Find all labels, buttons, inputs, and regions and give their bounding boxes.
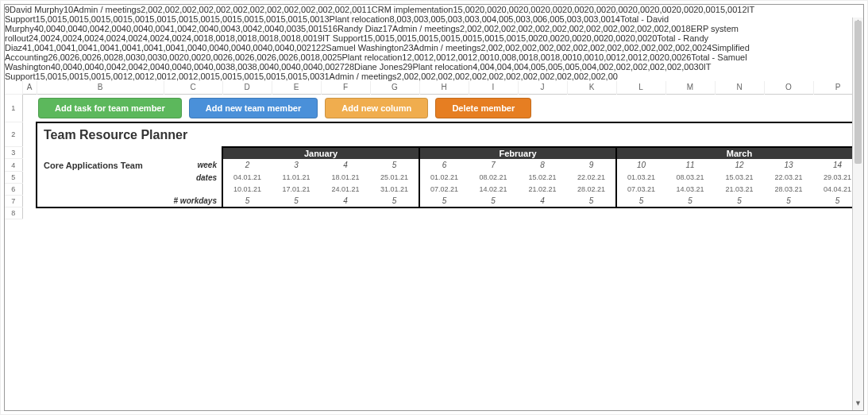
date-cell: 01.02.21 — [419, 172, 469, 184]
col-header[interactable]: D — [222, 81, 272, 94]
date-cell: 28.03.21 — [764, 184, 813, 196]
col-header[interactable]: O — [764, 81, 813, 94]
workdays-cell: 5 — [272, 196, 321, 208]
col-header[interactable]: C — [164, 81, 222, 94]
scroll-down-icon[interactable]: ▼ — [853, 399, 863, 410]
date-cell: 08.02.21 — [469, 172, 518, 184]
month-header: January — [222, 147, 419, 159]
date-cell: 04.01.21 — [222, 172, 272, 184]
row-number[interactable]: 5 — [5, 172, 22, 184]
week-number: 2 — [222, 159, 272, 172]
column-header-row[interactable]: A B C D E F G H I J K L M N O P — [5, 81, 862, 94]
date-cell: 17.01.21 — [272, 184, 321, 196]
workdays-cell: 5 — [419, 196, 469, 208]
date-cell: 15.02.21 — [518, 172, 567, 184]
col-header[interactable]: E — [272, 81, 321, 94]
row-number[interactable]: 4 — [5, 159, 22, 172]
date-cell: 21.03.21 — [715, 184, 764, 196]
week-number: 4 — [321, 159, 370, 172]
date-cell: 01.03.21 — [616, 172, 665, 184]
add-member-button[interactable]: Add new team member — [189, 98, 318, 118]
page-title: Team Resource Planner — [37, 122, 222, 147]
row-number[interactable]: 8 — [5, 208, 22, 219]
date-cell: 15.03.21 — [715, 172, 764, 184]
week-number: 12 — [715, 159, 764, 172]
spreadsheet[interactable]: 9David Murphy10Admin / meetings2,002,002… — [4, 4, 864, 411]
row-number[interactable]: 2 — [5, 122, 22, 147]
row-number[interactable]: 3 — [5, 147, 22, 159]
workdays-cell: 5 — [665, 196, 715, 208]
week-number: 8 — [518, 159, 567, 172]
col-header[interactable]: A — [22, 81, 37, 94]
col-header[interactable]: G — [370, 81, 419, 94]
date-cell: 07.03.21 — [616, 184, 665, 196]
workdays-cell: 5 — [616, 196, 665, 208]
date-cell: 14.02.21 — [469, 184, 518, 196]
col-header[interactable]: J — [518, 81, 567, 94]
month-header: March — [616, 147, 862, 159]
workdays-cell: 5 — [567, 196, 616, 208]
row-number[interactable]: 6 — [5, 184, 22, 196]
date-cell: 07.02.21 — [419, 184, 469, 196]
app-window: 9David Murphy10Admin / meetings2,002,002… — [0, 0, 868, 415]
workdays-cell: 5 — [222, 196, 272, 208]
add-column-button[interactable]: Add new column — [325, 98, 428, 118]
col-header[interactable]: I — [469, 81, 518, 94]
week-number: 10 — [616, 159, 665, 172]
date-cell: 14.03.21 — [665, 184, 715, 196]
add-task-button[interactable]: Add task for team member — [38, 98, 182, 118]
date-cell: 22.03.21 — [764, 172, 813, 184]
col-header[interactable]: F — [321, 81, 370, 94]
col-header[interactable]: H — [419, 81, 469, 94]
date-cell: 21.02.21 — [518, 184, 567, 196]
date-cell: 08.03.21 — [665, 172, 715, 184]
col-header[interactable]: L — [616, 81, 665, 94]
dates-label: dates — [164, 172, 222, 184]
vertical-scrollbar[interactable]: ▲ ▼ — [852, 17, 863, 410]
subtitle: Core Applications Team — [37, 159, 164, 172]
workdays-cell: 5 — [764, 196, 813, 208]
date-cell: 11.01.21 — [272, 172, 321, 184]
row-number[interactable]: 1 — [5, 94, 22, 122]
row-number[interactable]: 7 — [5, 196, 22, 208]
week-label: week — [164, 159, 222, 172]
week-number: 3 — [272, 159, 321, 172]
week-number: 6 — [419, 159, 469, 172]
date-cell: 24.01.21 — [321, 184, 370, 196]
workdays-cell: 5 — [370, 196, 419, 208]
date-cell: 28.02.21 — [567, 184, 616, 196]
date-cell: 18.01.21 — [321, 172, 370, 184]
col-header[interactable]: B — [37, 81, 164, 94]
scrollbar-thumb[interactable] — [854, 21, 862, 164]
week-number: 7 — [469, 159, 518, 172]
delete-member-button[interactable]: Delete member — [435, 98, 531, 118]
workdays-cell: 5 — [715, 196, 764, 208]
week-number: 9 — [567, 159, 616, 172]
col-header[interactable]: K — [567, 81, 616, 94]
date-cell: 31.01.21 — [370, 184, 419, 196]
month-header: February — [419, 147, 616, 159]
workdays-label: # workdays — [164, 196, 222, 208]
date-cell: 25.01.21 — [370, 172, 419, 184]
workdays-cell: 5 — [469, 196, 518, 208]
col-header[interactable]: N — [715, 81, 764, 94]
workdays-cell: 4 — [518, 196, 567, 208]
date-cell: 22.02.21 — [567, 172, 616, 184]
col-header[interactable]: M — [665, 81, 715, 94]
week-number: 13 — [764, 159, 813, 172]
week-number: 11 — [665, 159, 715, 172]
week-number: 5 — [370, 159, 419, 172]
workdays-cell: 4 — [321, 196, 370, 208]
date-cell: 10.01.21 — [222, 184, 272, 196]
